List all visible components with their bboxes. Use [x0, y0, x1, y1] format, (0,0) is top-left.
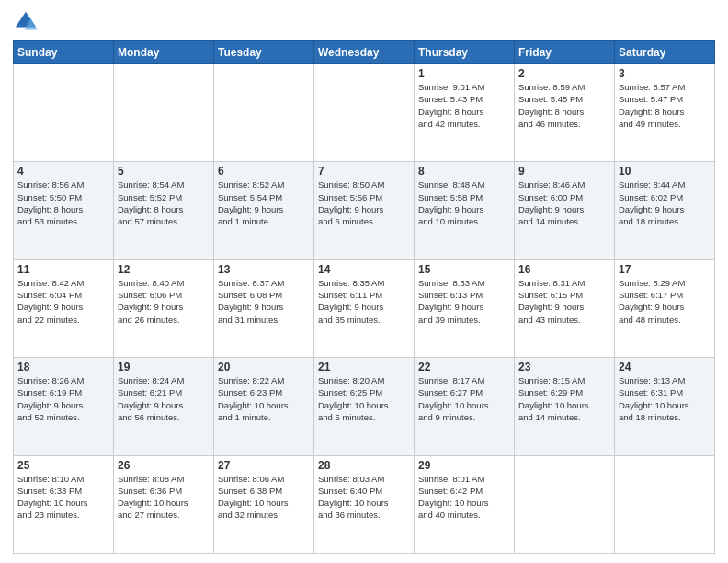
- header: [13, 9, 715, 35]
- calendar-cell: 16Sunrise: 8:31 AMSunset: 6:15 PMDayligh…: [515, 259, 615, 357]
- logo-icon: [13, 9, 39, 35]
- week-row-2: 4Sunrise: 8:56 AMSunset: 5:50 PMDaylight…: [14, 162, 715, 259]
- calendar-cell: 8Sunrise: 8:48 AMSunset: 5:58 PMDaylight…: [415, 162, 515, 259]
- calendar-cell: 9Sunrise: 8:46 AMSunset: 6:00 PMDaylight…: [515, 162, 615, 259]
- day-info: Sunrise: 8:56 AMSunset: 5:50 PMDaylight:…: [17, 178, 109, 227]
- day-info: Sunrise: 8:01 AMSunset: 6:42 PMDaylight:…: [418, 473, 510, 522]
- day-number: 5: [118, 165, 210, 178]
- day-info: Sunrise: 8:37 AMSunset: 6:08 PMDaylight:…: [218, 277, 310, 326]
- calendar-cell: [615, 455, 715, 553]
- week-row-1: 1Sunrise: 9:01 AMSunset: 5:43 PMDaylight…: [14, 64, 715, 162]
- week-row-4: 18Sunrise: 8:26 AMSunset: 6:19 PMDayligh…: [14, 358, 715, 455]
- weekday-header-friday: Friday: [515, 41, 615, 64]
- day-info: Sunrise: 8:52 AMSunset: 5:54 PMDaylight:…: [218, 178, 310, 227]
- calendar-cell: 7Sunrise: 8:50 AMSunset: 5:56 PMDaylight…: [314, 162, 415, 259]
- calendar-cell: [314, 64, 415, 162]
- day-number: 19: [118, 361, 210, 373]
- day-info: Sunrise: 8:35 AMSunset: 6:11 PMDaylight:…: [318, 277, 410, 326]
- day-number: 23: [518, 361, 610, 373]
- calendar-cell: 10Sunrise: 8:44 AMSunset: 6:02 PMDayligh…: [615, 162, 715, 259]
- day-number: 7: [318, 165, 410, 178]
- day-info: Sunrise: 8:54 AMSunset: 5:52 PMDaylight:…: [118, 178, 210, 227]
- day-number: 6: [218, 165, 310, 178]
- day-info: Sunrise: 8:46 AMSunset: 6:00 PMDaylight:…: [518, 178, 610, 227]
- calendar-cell: 4Sunrise: 8:56 AMSunset: 5:50 PMDaylight…: [14, 162, 114, 259]
- calendar-cell: 1Sunrise: 9:01 AMSunset: 5:43 PMDaylight…: [415, 64, 515, 162]
- day-number: 16: [518, 263, 610, 276]
- day-number: 9: [518, 165, 610, 178]
- day-info: Sunrise: 8:22 AMSunset: 6:23 PMDaylight:…: [218, 374, 310, 423]
- day-info: Sunrise: 8:59 AMSunset: 5:45 PMDaylight:…: [518, 81, 610, 130]
- day-info: Sunrise: 8:33 AMSunset: 6:13 PMDaylight:…: [418, 277, 510, 326]
- calendar-cell: 27Sunrise: 8:06 AMSunset: 6:38 PMDayligh…: [214, 455, 314, 553]
- calendar-cell: 26Sunrise: 8:08 AMSunset: 6:36 PMDayligh…: [114, 455, 214, 553]
- calendar-cell: 18Sunrise: 8:26 AMSunset: 6:19 PMDayligh…: [14, 358, 114, 455]
- calendar-cell: 3Sunrise: 8:57 AMSunset: 5:47 PMDaylight…: [615, 64, 715, 162]
- calendar-cell: 22Sunrise: 8:17 AMSunset: 6:27 PMDayligh…: [415, 358, 515, 455]
- day-number: 25: [17, 459, 109, 472]
- weekday-header-monday: Monday: [114, 41, 214, 64]
- weekday-header-tuesday: Tuesday: [214, 41, 314, 64]
- week-row-5: 25Sunrise: 8:10 AMSunset: 6:33 PMDayligh…: [14, 455, 715, 553]
- day-number: 8: [418, 165, 510, 178]
- calendar-cell: [14, 64, 114, 162]
- day-info: Sunrise: 8:50 AMSunset: 5:56 PMDaylight:…: [318, 178, 410, 227]
- day-info: Sunrise: 8:15 AMSunset: 6:29 PMDaylight:…: [518, 374, 610, 423]
- calendar-cell: 17Sunrise: 8:29 AMSunset: 6:17 PMDayligh…: [615, 259, 715, 357]
- weekday-header-row: SundayMondayTuesdayWednesdayThursdayFrid…: [14, 41, 715, 64]
- day-number: 26: [118, 459, 210, 472]
- day-info: Sunrise: 8:24 AMSunset: 6:21 PMDaylight:…: [118, 374, 210, 423]
- day-info: Sunrise: 8:42 AMSunset: 6:04 PMDaylight:…: [17, 277, 109, 326]
- calendar-cell: 12Sunrise: 8:40 AMSunset: 6:06 PMDayligh…: [114, 259, 214, 357]
- calendar-cell: 13Sunrise: 8:37 AMSunset: 6:08 PMDayligh…: [214, 259, 314, 357]
- day-info: Sunrise: 8:44 AMSunset: 6:02 PMDaylight:…: [619, 178, 711, 227]
- calendar-cell: 20Sunrise: 8:22 AMSunset: 6:23 PMDayligh…: [214, 358, 314, 455]
- calendar-cell: [214, 64, 314, 162]
- calendar-cell: 11Sunrise: 8:42 AMSunset: 6:04 PMDayligh…: [14, 259, 114, 357]
- day-number: 1: [418, 67, 510, 80]
- day-number: 4: [17, 165, 109, 178]
- day-info: Sunrise: 8:40 AMSunset: 6:06 PMDaylight:…: [118, 277, 210, 326]
- day-info: Sunrise: 8:57 AMSunset: 5:47 PMDaylight:…: [619, 81, 711, 130]
- day-info: Sunrise: 8:29 AMSunset: 6:17 PMDaylight:…: [619, 277, 711, 326]
- calendar-cell: 25Sunrise: 8:10 AMSunset: 6:33 PMDayligh…: [14, 455, 114, 553]
- day-number: 12: [118, 263, 210, 276]
- calendar-cell: 29Sunrise: 8:01 AMSunset: 6:42 PMDayligh…: [415, 455, 515, 553]
- day-info: Sunrise: 8:20 AMSunset: 6:25 PMDaylight:…: [318, 374, 410, 423]
- calendar-cell: 21Sunrise: 8:20 AMSunset: 6:25 PMDayligh…: [314, 358, 415, 455]
- calendar-cell: 24Sunrise: 8:13 AMSunset: 6:31 PMDayligh…: [615, 358, 715, 455]
- day-info: Sunrise: 8:17 AMSunset: 6:27 PMDaylight:…: [418, 374, 510, 423]
- calendar-cell: 6Sunrise: 8:52 AMSunset: 5:54 PMDaylight…: [214, 162, 314, 259]
- weekday-header-wednesday: Wednesday: [314, 41, 415, 64]
- day-number: 22: [418, 361, 510, 373]
- calendar-cell: [515, 455, 615, 553]
- day-number: 27: [218, 459, 310, 472]
- day-number: 21: [318, 361, 410, 373]
- weekday-header-sunday: Sunday: [14, 41, 114, 64]
- day-number: 2: [518, 67, 610, 80]
- day-info: Sunrise: 9:01 AMSunset: 5:43 PMDaylight:…: [418, 81, 510, 130]
- calendar-cell: 15Sunrise: 8:33 AMSunset: 6:13 PMDayligh…: [415, 259, 515, 357]
- calendar-cell: [114, 64, 214, 162]
- day-number: 15: [418, 263, 510, 276]
- day-number: 28: [318, 459, 410, 472]
- day-number: 20: [218, 361, 310, 373]
- calendar-cell: 5Sunrise: 8:54 AMSunset: 5:52 PMDaylight…: [114, 162, 214, 259]
- calendar-cell: 14Sunrise: 8:35 AMSunset: 6:11 PMDayligh…: [314, 259, 415, 357]
- day-info: Sunrise: 8:26 AMSunset: 6:19 PMDaylight:…: [17, 374, 109, 423]
- day-number: 17: [619, 263, 711, 276]
- calendar-table: SundayMondayTuesdayWednesdayThursdayFrid…: [13, 40, 715, 554]
- day-number: 11: [17, 263, 109, 276]
- weekday-header-saturday: Saturday: [615, 41, 715, 64]
- day-info: Sunrise: 8:03 AMSunset: 6:40 PMDaylight:…: [318, 473, 410, 522]
- calendar-cell: 2Sunrise: 8:59 AMSunset: 5:45 PMDaylight…: [515, 64, 615, 162]
- weekday-header-thursday: Thursday: [415, 41, 515, 64]
- logo: [13, 9, 42, 35]
- day-number: 18: [17, 361, 109, 373]
- day-number: 3: [619, 67, 711, 80]
- day-info: Sunrise: 8:31 AMSunset: 6:15 PMDaylight:…: [518, 277, 610, 326]
- page: SundayMondayTuesdayWednesdayThursdayFrid…: [0, 0, 728, 563]
- day-info: Sunrise: 8:08 AMSunset: 6:36 PMDaylight:…: [118, 473, 210, 522]
- day-info: Sunrise: 8:48 AMSunset: 5:58 PMDaylight:…: [418, 178, 510, 227]
- week-row-3: 11Sunrise: 8:42 AMSunset: 6:04 PMDayligh…: [14, 259, 715, 357]
